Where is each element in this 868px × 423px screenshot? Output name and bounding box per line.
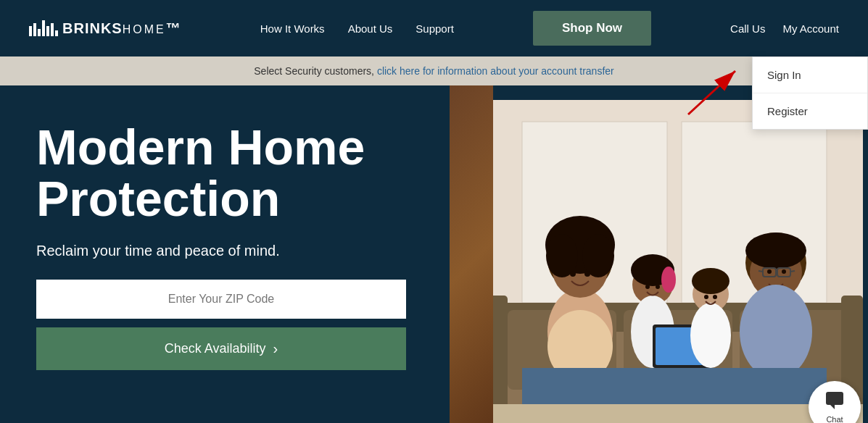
hero-subtitle: Reclaim your time and peace of mind. — [36, 243, 421, 259]
logo-icon — [29, 20, 58, 36]
svg-point-26 — [656, 285, 660, 289]
my-account-button[interactable]: My Account — [782, 22, 839, 35]
call-us-link[interactable]: Call Us — [730, 22, 765, 35]
svg-point-32 — [704, 295, 708, 299]
logo-text: BRINKSHOME™ — [62, 20, 181, 37]
svg-point-31 — [690, 303, 731, 368]
hero-title: Modern Home Protection — [36, 122, 421, 225]
svg-point-20 — [584, 271, 590, 277]
nav-links: How It Works About Us Support — [260, 22, 454, 35]
chat-label: Chat — [826, 415, 843, 423]
svg-point-36 — [745, 233, 806, 269]
svg-point-30 — [692, 268, 729, 294]
nav-right: Call Us My Account — [730, 22, 839, 35]
main-content: Modern Home Protection Reclaim your time… — [0, 85, 868, 423]
svg-point-43 — [782, 269, 786, 274]
svg-point-44 — [740, 285, 812, 379]
shop-now-button[interactable]: Shop Now — [533, 11, 651, 46]
navbar: BRINKSHOME™ How It Works About Us Suppor… — [0, 0, 868, 56]
banner-link[interactable]: click here for information about your ac… — [377, 65, 614, 77]
svg-rect-46 — [486, 404, 863, 423]
nav-how-it-works[interactable]: How It Works — [260, 22, 325, 35]
arrow-icon: › — [273, 340, 278, 357]
svg-point-42 — [767, 269, 772, 274]
sign-in-link[interactable]: Sign In — [753, 57, 867, 93]
svg-line-40 — [759, 271, 763, 272]
nav-support[interactable]: Support — [416, 22, 454, 35]
svg-point-23 — [661, 267, 676, 293]
account-dropdown: Sign In Register — [752, 56, 868, 130]
logo[interactable]: BRINKSHOME™ — [29, 20, 181, 37]
svg-marker-48 — [830, 405, 835, 409]
banner-text: Select Security customers, — [254, 65, 377, 77]
announcement-banner: Select Security customers, click here fo… — [0, 56, 868, 85]
chat-icon — [824, 390, 845, 414]
nav-about-us[interactable]: About Us — [348, 22, 393, 35]
family-illustration — [486, 100, 863, 423]
check-availability-button[interactable]: Check Availability › — [36, 327, 406, 370]
svg-line-41 — [790, 271, 795, 272]
svg-point-17 — [546, 234, 578, 277]
svg-point-25 — [645, 285, 650, 289]
hero-image — [450, 85, 868, 423]
wood-texture — [450, 85, 493, 423]
svg-point-18 — [582, 234, 614, 277]
family-photo — [486, 100, 863, 423]
register-link[interactable]: Register — [753, 93, 867, 129]
zip-code-input[interactable] — [36, 280, 406, 319]
svg-point-33 — [713, 295, 717, 299]
hero-section: Modern Home Protection Reclaim your time… — [0, 85, 450, 423]
svg-rect-47 — [826, 392, 843, 405]
svg-point-19 — [570, 271, 576, 277]
